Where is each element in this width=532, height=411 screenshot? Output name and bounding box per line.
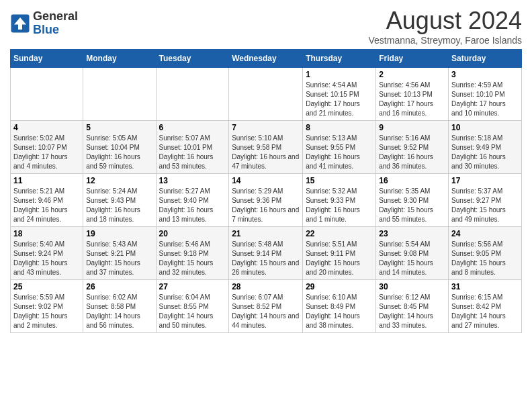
day-number: 22	[306, 229, 373, 238]
calendar-week-row: 4Sunrise: 5:02 AMSunset: 10:07 PMDayligh…	[11, 121, 522, 174]
calendar-cell: 8Sunrise: 5:13 AMSunset: 9:55 PMDaylight…	[303, 121, 376, 174]
weekday-header-row: SundayMondayTuesdayWednesdayThursdayFrid…	[11, 50, 522, 68]
day-info: Sunrise: 5:40 AMSunset: 9:24 PMDaylight:…	[13, 240, 80, 277]
calendar-cell: 23Sunrise: 5:54 AMSunset: 9:08 PMDayligh…	[376, 227, 449, 280]
day-info: Sunrise: 6:12 AMSunset: 8:45 PMDaylight:…	[379, 293, 445, 330]
calendar-week-row: 11Sunrise: 5:21 AMSunset: 9:46 PMDayligh…	[11, 174, 522, 227]
day-number: 23	[379, 229, 445, 238]
calendar-week-row: 1Sunrise: 4:54 AMSunset: 10:15 PMDayligh…	[11, 68, 522, 121]
day-number: 31	[451, 282, 519, 291]
day-info: Sunrise: 6:02 AMSunset: 8:58 PMDaylight:…	[86, 293, 152, 330]
month-title: August 2024	[368, 7, 522, 35]
day-number: 24	[451, 229, 519, 238]
day-info: Sunrise: 6:07 AMSunset: 8:52 PMDaylight:…	[232, 293, 300, 330]
calendar-cell: 22Sunrise: 5:51 AMSunset: 9:11 PMDayligh…	[303, 227, 376, 280]
day-info: Sunrise: 5:10 AMSunset: 9:58 PMDaylight:…	[232, 134, 300, 171]
day-number: 30	[379, 282, 445, 291]
day-info: Sunrise: 6:04 AMSunset: 8:55 PMDaylight:…	[159, 293, 226, 330]
day-info: Sunrise: 5:07 AMSunset: 10:01 PMDaylight…	[159, 134, 226, 171]
calendar-cell: 31Sunrise: 6:15 AMSunset: 8:42 PMDayligh…	[449, 280, 522, 333]
logo-icon	[10, 13, 30, 34]
calendar-cell	[83, 68, 156, 121]
weekday-header: Saturday	[449, 50, 522, 68]
calendar-cell: 16Sunrise: 5:35 AMSunset: 9:30 PMDayligh…	[376, 174, 449, 227]
day-number: 8	[306, 123, 373, 132]
calendar-cell: 2Sunrise: 4:56 AMSunset: 10:13 PMDayligh…	[376, 68, 449, 121]
day-number: 3	[451, 70, 519, 79]
logo-blue: Blue	[33, 24, 78, 37]
logo: General Blue	[10, 10, 78, 37]
day-info: Sunrise: 5:18 AMSunset: 9:49 PMDaylight:…	[451, 134, 519, 171]
day-info: Sunrise: 5:05 AMSunset: 10:04 PMDaylight…	[86, 134, 152, 171]
calendar-cell: 4Sunrise: 5:02 AMSunset: 10:07 PMDayligh…	[11, 121, 83, 174]
day-info: Sunrise: 5:27 AMSunset: 9:40 PMDaylight:…	[159, 187, 226, 224]
day-number: 19	[86, 229, 152, 238]
day-number: 9	[379, 123, 445, 132]
day-info: Sunrise: 5:32 AMSunset: 9:33 PMDaylight:…	[306, 187, 373, 224]
day-info: Sunrise: 5:48 AMSunset: 9:14 PMDaylight:…	[232, 240, 300, 277]
day-info: Sunrise: 5:46 AMSunset: 9:18 PMDaylight:…	[159, 240, 226, 277]
calendar-cell: 24Sunrise: 5:56 AMSunset: 9:05 PMDayligh…	[449, 227, 522, 280]
weekday-header: Wednesday	[229, 50, 303, 68]
calendar-cell: 21Sunrise: 5:48 AMSunset: 9:14 PMDayligh…	[229, 227, 303, 280]
calendar-cell: 18Sunrise: 5:40 AMSunset: 9:24 PMDayligh…	[11, 227, 83, 280]
day-info: Sunrise: 4:56 AMSunset: 10:13 PMDaylight…	[379, 81, 445, 118]
calendar-cell: 25Sunrise: 5:59 AMSunset: 9:02 PMDayligh…	[11, 280, 83, 333]
day-number: 28	[232, 282, 300, 291]
day-number: 21	[232, 229, 300, 238]
day-number: 11	[13, 176, 80, 185]
calendar-cell: 10Sunrise: 5:18 AMSunset: 9:49 PMDayligh…	[449, 121, 522, 174]
calendar-cell: 11Sunrise: 5:21 AMSunset: 9:46 PMDayligh…	[11, 174, 83, 227]
calendar-cell: 19Sunrise: 5:43 AMSunset: 9:21 PMDayligh…	[83, 227, 156, 280]
day-number: 27	[159, 282, 226, 291]
day-info: Sunrise: 5:13 AMSunset: 9:55 PMDaylight:…	[306, 134, 373, 171]
calendar-cell: 7Sunrise: 5:10 AMSunset: 9:58 PMDaylight…	[229, 121, 303, 174]
weekday-header: Tuesday	[156, 50, 229, 68]
day-info: Sunrise: 5:43 AMSunset: 9:21 PMDaylight:…	[86, 240, 152, 277]
day-info: Sunrise: 5:29 AMSunset: 9:36 PMDaylight:…	[232, 187, 300, 224]
calendar-cell: 28Sunrise: 6:07 AMSunset: 8:52 PMDayligh…	[229, 280, 303, 333]
weekday-header: Monday	[83, 50, 156, 68]
day-info: Sunrise: 4:54 AMSunset: 10:15 PMDaylight…	[306, 81, 373, 118]
calendar-cell: 6Sunrise: 5:07 AMSunset: 10:01 PMDayligh…	[156, 121, 229, 174]
day-info: Sunrise: 5:02 AMSunset: 10:07 PMDaylight…	[13, 134, 80, 171]
logo-general: General	[33, 10, 78, 24]
weekday-header: Friday	[376, 50, 449, 68]
calendar-cell	[156, 68, 229, 121]
day-number: 4	[13, 123, 80, 132]
calendar-cell	[11, 68, 83, 121]
day-number: 14	[232, 176, 300, 185]
day-info: Sunrise: 5:37 AMSunset: 9:27 PMDaylight:…	[451, 187, 519, 224]
calendar-cell: 13Sunrise: 5:27 AMSunset: 9:40 PMDayligh…	[156, 174, 229, 227]
calendar-cell: 5Sunrise: 5:05 AMSunset: 10:04 PMDayligh…	[83, 121, 156, 174]
day-info: Sunrise: 5:54 AMSunset: 9:08 PMDaylight:…	[379, 240, 445, 277]
day-number: 7	[232, 123, 300, 132]
day-number: 15	[306, 176, 373, 185]
day-number: 10	[451, 123, 519, 132]
calendar-week-row: 25Sunrise: 5:59 AMSunset: 9:02 PMDayligh…	[11, 280, 522, 333]
calendar-cell: 30Sunrise: 6:12 AMSunset: 8:45 PMDayligh…	[376, 280, 449, 333]
day-number: 26	[86, 282, 152, 291]
day-info: Sunrise: 5:35 AMSunset: 9:30 PMDaylight:…	[379, 187, 445, 224]
day-info: Sunrise: 6:10 AMSunset: 8:49 PMDaylight:…	[306, 293, 373, 330]
day-number: 16	[379, 176, 445, 185]
weekday-header: Sunday	[11, 50, 83, 68]
calendar-cell: 9Sunrise: 5:16 AMSunset: 9:52 PMDaylight…	[376, 121, 449, 174]
calendar-cell: 26Sunrise: 6:02 AMSunset: 8:58 PMDayligh…	[83, 280, 156, 333]
day-info: Sunrise: 5:16 AMSunset: 9:52 PMDaylight:…	[379, 134, 445, 171]
day-number: 12	[86, 176, 152, 185]
calendar-cell: 15Sunrise: 5:32 AMSunset: 9:33 PMDayligh…	[303, 174, 376, 227]
day-number: 5	[86, 123, 152, 132]
logo-text: General Blue	[33, 10, 78, 37]
calendar-cell: 12Sunrise: 5:24 AMSunset: 9:43 PMDayligh…	[83, 174, 156, 227]
location: Vestmanna, Streymoy, Faroe Islands	[368, 35, 522, 46]
day-number: 17	[451, 176, 519, 185]
calendar: SundayMondayTuesdayWednesdayThursdayFrid…	[10, 49, 522, 333]
title-block: August 2024 Vestmanna, Streymoy, Faroe I…	[368, 7, 522, 46]
calendar-cell: 14Sunrise: 5:29 AMSunset: 9:36 PMDayligh…	[229, 174, 303, 227]
day-info: Sunrise: 4:59 AMSunset: 10:10 PMDaylight…	[451, 81, 519, 118]
calendar-cell	[229, 68, 303, 121]
calendar-week-row: 18Sunrise: 5:40 AMSunset: 9:24 PMDayligh…	[11, 227, 522, 280]
day-info: Sunrise: 6:15 AMSunset: 8:42 PMDaylight:…	[451, 293, 519, 330]
day-info: Sunrise: 5:24 AMSunset: 9:43 PMDaylight:…	[86, 187, 152, 224]
